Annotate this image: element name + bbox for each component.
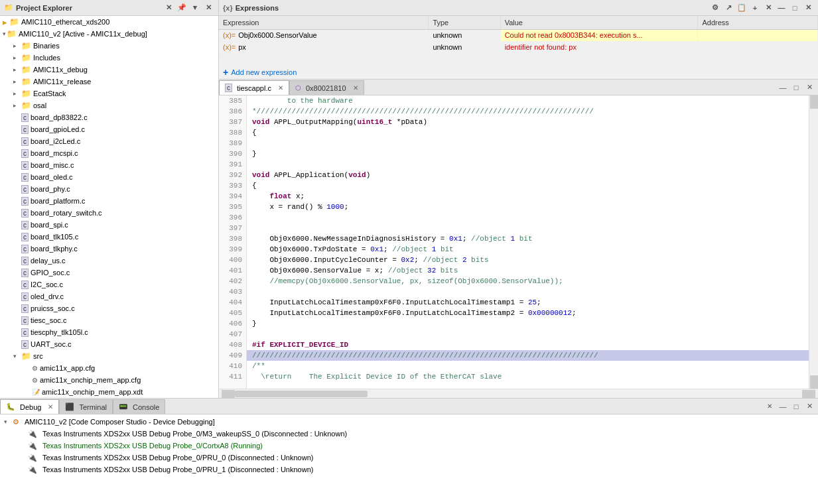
editor-tab-mem_addr[interactable]: ⬡0x80021810✕ [289,80,364,95]
editor-minimize-btn[interactable]: — [777,82,789,94]
debug-arrow: ▾ [4,418,7,425]
editor-tab-tiescappl[interactable]: ctiescappl.c✕ [219,80,289,95]
tree-item-amic11x_onchip_mem_app_xdt[interactable]: 📝amic11x_onchip_mem_app.xdt [0,386,218,398]
tree-label: oled_drv.c [31,292,64,300]
editor-maximize-btn[interactable]: □ [790,82,802,94]
tree-item-board_dp83822[interactable]: cboard_dp83822.c [0,111,218,123]
line-num-390: 390 [219,149,246,159]
editor-close-btn[interactable]: ✕ [803,82,815,94]
debug-item-probe2[interactable]: 🔌Texas Instruments XDS2xx USB Debug Prob… [0,440,818,452]
tree-item-board_gpioled[interactable]: cboard_gpioLed.c [0,123,218,135]
tree-item-board_tlk105[interactable]: cboard_tlk105.c [0,231,218,243]
bottom-tab-debug[interactable]: 🐛Debug✕ [0,399,59,414]
expr-col-address: Address [698,16,818,29]
tree-item-amic11x_onchip_mem_app_cfg[interactable]: ⚙amic11x_onchip_mem_app.cfg [0,374,218,386]
tree-label: UART_soc.c [31,340,72,348]
expressions-btn3[interactable]: 📋 [736,2,748,14]
debug-root-icon: ⚙ [13,418,19,426]
tree-item-delay_us[interactable]: cdelay_us.c [0,255,218,267]
tree-item-amic110_ethercat[interactable]: ▸📁AMIC110_ethercat_xds200 [0,16,218,28]
tree-item-amic11x_app_cfg[interactable]: ⚙amic11x_app.cfg [0,362,218,374]
tree-item-uart_soc[interactable]: cUART_soc.c [0,338,218,350]
tree-item-board_oled[interactable]: cboard_oled.c [0,171,218,183]
line-num-392: 392 [219,170,246,180]
expressions-icon: {x} [223,4,233,12]
expressions-maximize-btn[interactable]: □ [789,2,801,14]
tree-item-osal[interactable]: ▸📁osal [0,99,218,111]
expressions-btn2[interactable]: ↗ [722,2,734,14]
expr-value-1: identifier not found: px [500,41,698,53]
debug-item-probe4[interactable]: 🔌Texas Instruments XDS2xx USB Debug Prob… [0,464,818,475]
tree-item-board_platform[interactable]: cboard_platform.c [0,195,218,207]
bottom-tab-terminal[interactable]: ⬛Terminal [59,399,113,414]
debug-item-probe1[interactable]: 🔌Texas Instruments XDS2xx USB Debug Prob… [0,428,818,440]
code-line-393: { [247,180,809,191]
tree-item-binaries[interactable]: ▸📁Binaries [0,40,218,52]
expr-row-0[interactable]: (x)=Obj0x6000.SensorValueunknownCould no… [219,29,818,41]
debug-item-probe3[interactable]: 🔌Texas Instruments XDS2xx USB Debug Prob… [0,452,818,464]
project-explorer-header: 📁 Project Explorer ✕ 📌 ▾ ✕ [0,0,218,16]
line-num-387: 387 [219,117,246,127]
bottom-tab-console[interactable]: 📟Console [113,399,165,414]
tree-item-ecatstack[interactable]: ▸📁EcatStack [0,88,218,99]
bottom-panel-btn1[interactable]: ✕ [764,401,776,412]
expressions-btn4[interactable]: + [749,2,761,14]
expressions-btn5[interactable]: ✕ [762,2,774,14]
tree-item-board_spi[interactable]: cboard_spi.c [0,219,218,231]
line-num-408: 408 [219,340,246,350]
tree-item-includes[interactable]: ▸📁Includes [0,52,218,64]
minimize-explorer-btn[interactable]: ✕ [163,2,174,14]
tab-close-icon[interactable]: ✕ [353,84,358,92]
bottom-panel-maximize-btn[interactable]: □ [790,401,802,412]
code-line-406: } [247,318,809,329]
tree-label: osal [33,101,46,109]
bottom-tab-close-icon[interactable]: ✕ [48,403,53,410]
tree-item-tiesc_soc[interactable]: ctiesc_soc.c [0,314,218,326]
tree-label: board_gpioLed.c [31,125,85,133]
add-expression-btn[interactable]: + Add new expression [219,66,818,79]
expr-row-1[interactable]: (x)=pxunknownidentifier not found: px [219,41,818,53]
debug-item-root[interactable]: ▾⚙AMIC110_v2 [Code Composer Studio - Dev… [0,416,818,428]
tree-item-board_tlkphy[interactable]: cboard_tlkphy.c [0,243,218,255]
expressions-btn1[interactable]: ⚙ [709,2,721,14]
line-num-388: 388 [219,127,246,138]
tree-label: Includes [33,54,60,62]
tree-item-pruicss_soc[interactable]: cpruicss_soc.c [0,302,218,314]
tree-item-amic110_v2[interactable]: ▾📁AMIC110_v2 [Active - AMIC11x_debug] [0,28,218,40]
code-line-388: { [247,127,809,138]
menu-explorer-btn[interactable]: ▾ [189,2,201,14]
tree-item-board_misc[interactable]: cboard_misc.c [0,159,218,171]
tree-item-board_mcspi[interactable]: cboard_mcspi.c [0,147,218,159]
expressions-minimize-btn[interactable]: — [776,2,787,14]
debug-label: AMIC110_v2 [Code Composer Studio - Devic… [25,418,215,426]
bottom-panel-close-btn[interactable]: ✕ [803,401,815,412]
close-explorer-btn[interactable]: ✕ [202,2,214,14]
editor-hscrollbar[interactable] [219,389,818,398]
tree-item-amic11x_release[interactable]: ▸📁AMIC11x_release [0,76,218,88]
bottom-panel-minimize-btn[interactable]: — [777,401,789,412]
editor-scrollbar[interactable] [809,95,818,389]
tree-item-oled_drv[interactable]: coled_drv.c [0,290,218,302]
debug-probe-icon: 🔌 [28,430,37,438]
line-num-385: 385 [219,95,246,106]
code-line-401: Obj0x6000.SensorValue = x; //object 32 b… [247,265,809,276]
tree-item-tiescphy_tlk105l[interactable]: ctiescphy_tlk105l.c [0,326,218,338]
line-num-396: 396 [219,212,246,223]
bottom-tab-label: Terminal [79,403,107,411]
tree-item-board_rotary[interactable]: cboard_rotary_switch.c [0,207,218,219]
line-num-386: 386 [219,106,246,117]
tab-close-icon[interactable]: ✕ [278,84,283,92]
tree-label: board_tlk105.c [31,233,78,241]
tree-item-amic11x_debug[interactable]: ▸📁AMIC11x_debug [0,64,218,76]
tree-item-board_i2cled[interactable]: cboard_i2cLed.c [0,135,218,147]
tree-item-board_phy[interactable]: cboard_phy.c [0,183,218,195]
line-num-411: 411 [219,371,246,382]
tree-item-src[interactable]: ▾📁src [0,350,218,362]
pin-explorer-btn[interactable]: 📌 [176,2,188,14]
code-line-391 [247,159,809,170]
tree-item-gpio_soc[interactable]: cGPIO_soc.c [0,267,218,279]
line-num-389: 389 [219,138,246,149]
tree-item-i2c_soc[interactable]: cI2C_soc.c [0,279,218,290]
code-content[interactable]: to the hardware*////////////////////////… [247,95,809,389]
expressions-close-btn[interactable]: ✕ [802,2,814,14]
